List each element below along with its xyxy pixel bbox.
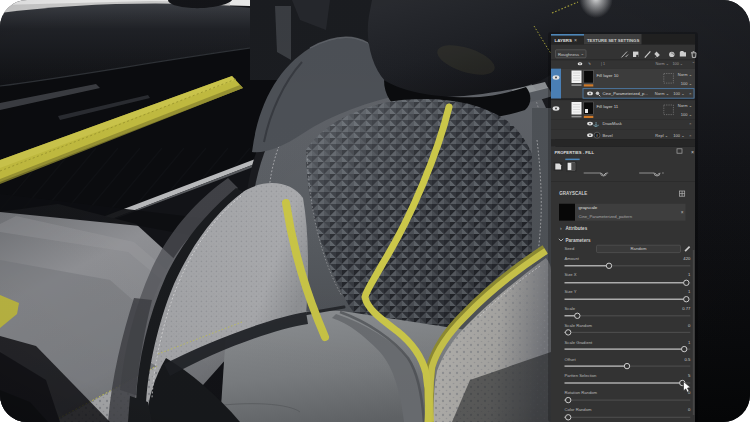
svg-text:Offset: Offset (565, 357, 577, 362)
svg-text:0.77: 0.77 (682, 306, 691, 311)
svg-text:GRAYSCALE: GRAYSCALE (559, 191, 587, 196)
svg-text:Repl ⌄: Repl ⌄ (655, 133, 668, 138)
svg-text:⚓: ⚓ (593, 121, 599, 128)
svg-text:Fill layer 10: Fill layer 10 (597, 73, 620, 78)
svg-text:Scale Gradient: Scale Gradient (565, 340, 594, 345)
svg-text:Bevel: Bevel (603, 133, 613, 138)
svg-text:Attributes: Attributes (566, 226, 588, 231)
svg-text:Cine_Parameterized_p...: Cine_Parameterized_p... (603, 91, 648, 96)
svg-text:Norm ⌄: Norm ⌄ (678, 72, 692, 77)
svg-text:×: × (689, 91, 692, 96)
svg-text:×: × (691, 149, 694, 155)
svg-text:Random: Random (631, 246, 647, 251)
svg-text:DrawMask: DrawMask (603, 121, 623, 126)
svg-text:grayscale: grayscale (579, 205, 598, 210)
svg-text:0.5: 0.5 (684, 357, 690, 362)
svg-text:Norm ⌄: Norm ⌄ (655, 91, 669, 96)
svg-text:✎: ✎ (588, 62, 591, 66)
svg-text:Color Random: Color Random (565, 407, 593, 412)
svg-text:100 ⌄: 100 ⌄ (673, 91, 684, 96)
svg-text:Seed: Seed (565, 246, 575, 251)
svg-text:×: × (681, 210, 684, 215)
svg-text:100 ⌄: 100 ⌄ (673, 133, 684, 138)
svg-text:Norm ⌄: Norm ⌄ (678, 103, 692, 108)
svg-text:Size Y: Size Y (565, 289, 577, 294)
svg-text:100 ⌄: 100 ⌄ (681, 81, 692, 86)
svg-text:100 ⌄: 100 ⌄ (681, 112, 692, 117)
svg-text:420: 420 (683, 256, 691, 261)
svg-text:Roughness: Roughness (558, 52, 579, 57)
svg-text:⌄: ⌄ (581, 51, 585, 56)
svg-text:LAYERS: LAYERS (555, 38, 572, 43)
svg-text:Partten Selection: Partten Selection (565, 373, 598, 378)
svg-text:Cine_Parameterized_pattern: Cine_Parameterized_pattern (579, 214, 633, 219)
svg-text:PROPERTIES - FILL: PROPERTIES - FILL (555, 150, 595, 155)
svg-text:Rotation Random: Rotation Random (565, 390, 598, 395)
svg-text:| 1: | 1 (601, 62, 605, 66)
svg-text:⌃: ⌃ (692, 61, 695, 66)
svg-text:Size X: Size X (565, 272, 577, 277)
svg-text:Norm ⌄: Norm ⌄ (655, 62, 669, 66)
svg-text:Scale: Scale (565, 306, 576, 311)
svg-text:×: × (574, 37, 577, 43)
svg-text:TEXTURE SET SETTINGS: TEXTURE SET SETTINGS (587, 38, 639, 43)
svg-text:f: f (597, 134, 598, 138)
svg-text:100 ⌄: 100 ⌄ (672, 62, 683, 66)
svg-text:Amount: Amount (565, 256, 580, 261)
svg-text:Scale Random: Scale Random (565, 323, 593, 328)
svg-text:Parameters: Parameters (566, 238, 591, 243)
svg-text:Fill layer 11: Fill layer 11 (597, 104, 619, 109)
